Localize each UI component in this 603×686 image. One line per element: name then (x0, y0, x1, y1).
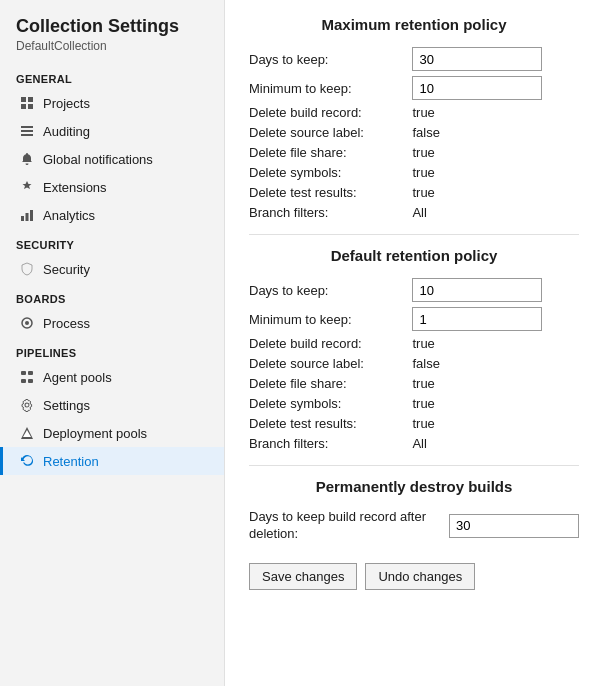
max-retention-grid: Days to keep: Minimum to keep: Delete bu… (249, 47, 579, 220)
sidebar-item-process[interactable]: Process (0, 309, 224, 337)
analytics-icon (19, 207, 35, 223)
auditing-label: Auditing (43, 124, 90, 139)
max-delete-source-value: false (412, 125, 579, 140)
max-delete-test-value: true (412, 185, 579, 200)
sidebar: Collection Settings DefaultCollection Ge… (0, 0, 225, 686)
def-delete-file-label: Delete file share: (249, 376, 400, 391)
def-delete-test-value: true (412, 416, 579, 431)
undo-button[interactable]: Undo changes (365, 563, 475, 590)
sidebar-item-analytics[interactable]: Analytics (0, 201, 224, 229)
shield-icon (19, 261, 35, 277)
svg-rect-2 (21, 104, 26, 109)
svg-rect-13 (28, 371, 33, 375)
max-days-keep-input[interactable] (412, 47, 542, 71)
bell-icon (19, 151, 35, 167)
def-delete-build-value: true (412, 336, 579, 351)
max-delete-file-label: Delete file share: (249, 145, 400, 160)
svg-rect-0 (21, 97, 26, 102)
settings-label: Settings (43, 398, 90, 413)
sidebar-item-extensions[interactable]: Extensions (0, 173, 224, 201)
max-delete-build-label: Delete build record: (249, 105, 400, 120)
max-delete-file-value: true (412, 145, 579, 160)
max-delete-symbols-value: true (412, 165, 579, 180)
max-delete-source-label: Delete source label: (249, 125, 400, 140)
retention-icon (19, 453, 35, 469)
svg-rect-5 (21, 130, 33, 132)
def-delete-symbols-label: Delete symbols: (249, 396, 400, 411)
max-branch-filters-value: All (412, 205, 579, 220)
process-label: Process (43, 316, 90, 331)
def-delete-source-value: false (412, 356, 579, 371)
sidebar-item-retention[interactable]: Retention (0, 447, 224, 475)
svg-rect-4 (21, 126, 33, 128)
def-min-keep-label: Minimum to keep: (249, 312, 400, 327)
max-delete-test-label: Delete test results: (249, 185, 400, 200)
grid-icon (19, 95, 35, 111)
def-delete-symbols-value: true (412, 396, 579, 411)
destroy-days-input[interactable] (449, 514, 579, 538)
process-icon (19, 315, 35, 331)
sidebar-title: Collection Settings (0, 12, 224, 39)
destroy-title: Permanently destroy builds (249, 478, 579, 495)
svg-point-11 (25, 321, 29, 325)
settings-icon (19, 397, 35, 413)
divider-1 (249, 234, 579, 235)
def-days-keep-label: Days to keep: (249, 283, 400, 298)
svg-rect-9 (30, 210, 33, 221)
sidebar-item-agent-pools[interactable]: Agent pools (0, 363, 224, 391)
section-header-pipelines: Pipelines (0, 337, 224, 363)
destroy-grid: Days to keep build record after deletion… (249, 509, 579, 543)
agent-pools-icon (19, 369, 35, 385)
def-delete-source-label: Delete source label: (249, 356, 400, 371)
agent-pools-label: Agent pools (43, 370, 112, 385)
destroy-days-label: Days to keep build record after deletion… (249, 509, 437, 543)
svg-rect-6 (21, 134, 33, 136)
sidebar-item-global-notifications[interactable]: Global notifications (0, 145, 224, 173)
svg-rect-12 (21, 371, 26, 375)
deployment-pools-label: Deployment pools (43, 426, 147, 441)
divider-2 (249, 465, 579, 466)
def-delete-build-label: Delete build record: (249, 336, 400, 351)
extensions-label: Extensions (43, 180, 107, 195)
analytics-label: Analytics (43, 208, 95, 223)
destroy-section: Permanently destroy builds Days to keep … (249, 478, 579, 543)
list-icon (19, 123, 35, 139)
default-retention-grid: Days to keep: Minimum to keep: Delete bu… (249, 278, 579, 451)
sidebar-item-deployment-pools[interactable]: Deployment pools (0, 419, 224, 447)
svg-rect-3 (28, 104, 33, 109)
projects-label: Projects (43, 96, 90, 111)
svg-rect-14 (21, 379, 26, 383)
sidebar-subtitle: DefaultCollection (0, 39, 224, 63)
def-branch-filters-label: Branch filters: (249, 436, 400, 451)
section-header-security: Security (0, 229, 224, 255)
deployment-pools-icon (19, 425, 35, 441)
main-content: Maximum retention policy Days to keep: M… (225, 0, 603, 686)
def-min-keep-input[interactable] (412, 307, 542, 331)
max-retention-title: Maximum retention policy (249, 16, 579, 33)
sidebar-item-projects[interactable]: Projects (0, 89, 224, 117)
global-notifications-label: Global notifications (43, 152, 153, 167)
def-delete-file-value: true (412, 376, 579, 391)
def-branch-filters-value: All (412, 436, 579, 451)
security-label: Security (43, 262, 90, 277)
def-days-keep-input[interactable] (412, 278, 542, 302)
svg-rect-1 (28, 97, 33, 102)
extensions-icon (19, 179, 35, 195)
svg-rect-8 (26, 213, 29, 221)
button-row: Save changes Undo changes (249, 563, 579, 590)
svg-rect-7 (21, 216, 24, 221)
max-min-keep-label: Minimum to keep: (249, 81, 400, 96)
sidebar-item-auditing[interactable]: Auditing (0, 117, 224, 145)
def-delete-test-label: Delete test results: (249, 416, 400, 431)
max-min-keep-input[interactable] (412, 76, 542, 100)
max-branch-filters-label: Branch filters: (249, 205, 400, 220)
max-delete-symbols-label: Delete symbols: (249, 165, 400, 180)
retention-label: Retention (43, 454, 99, 469)
sidebar-item-security[interactable]: Security (0, 255, 224, 283)
section-header-boards: Boards (0, 283, 224, 309)
sidebar-item-settings[interactable]: Settings (0, 391, 224, 419)
save-button[interactable]: Save changes (249, 563, 357, 590)
svg-rect-15 (28, 379, 33, 383)
default-retention-title: Default retention policy (249, 247, 579, 264)
section-header-general: General (0, 63, 224, 89)
